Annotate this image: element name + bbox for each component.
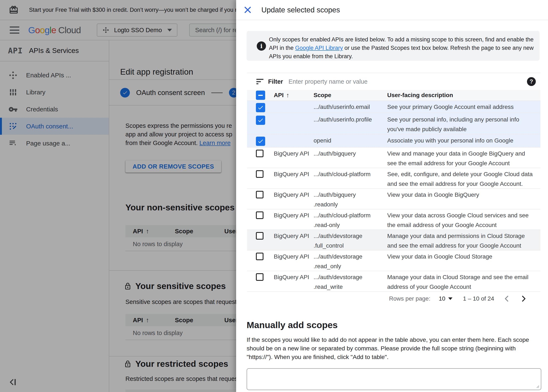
- row-checkbox-unchecked[interactable]: [256, 191, 264, 199]
- row-description: View your data across Google Cloud servi…: [387, 211, 541, 230]
- row-scope: .../auth/userinfo.email: [314, 102, 387, 112]
- row-api: BigQuery API: [274, 190, 314, 200]
- row-description: Manage your data in Cloud Storage and se…: [387, 273, 541, 292]
- filter-bar: Filter ?: [247, 73, 541, 90]
- row-description: See your personal info, including any pe…: [387, 115, 541, 134]
- row-description: See your primary Google Account email ad…: [387, 102, 541, 112]
- previous-page-icon[interactable]: [503, 294, 511, 303]
- col-description[interactable]: User-facing description: [387, 92, 541, 98]
- row-checkbox-unchecked[interactable]: [256, 253, 264, 261]
- manually-add-scopes-desc: If the scopes you would like to add do n…: [247, 336, 542, 361]
- sort-ascending-icon[interactable]: ↑: [286, 92, 289, 99]
- google-api-library-link[interactable]: Google API Library: [295, 45, 343, 51]
- row-scope: .../auth/userinfo.profile: [314, 115, 387, 125]
- row-api: BigQuery API: [274, 169, 314, 179]
- filter-input[interactable]: [288, 78, 527, 85]
- row-api: BigQuery API: [274, 149, 314, 159]
- table-row[interactable]: BigQuery API .../auth/devstorage .read_o…: [247, 251, 541, 271]
- manual-scopes-textarea[interactable]: [247, 368, 541, 390]
- update-scopes-panel: Update selected scopes i Only scopes for…: [236, 0, 548, 392]
- row-scope: .../auth/cloud-platform .read-only: [314, 211, 387, 230]
- manual-scopes-field: [247, 368, 541, 390]
- row-description: Manage your data and permissions in Clou…: [387, 231, 541, 251]
- row-scope: .../auth/cloud-platform: [314, 169, 387, 179]
- table-row[interactable]: BigQuery API .../auth/devstorage .read_w…: [247, 271, 541, 292]
- row-checkbox-checked[interactable]: [256, 103, 265, 112]
- row-checkbox-unchecked[interactable]: [256, 150, 264, 158]
- row-scope: .../auth/devstorage .full_control: [314, 231, 387, 251]
- overlay-scrim[interactable]: [0, 0, 236, 392]
- info-text: Only scopes for enabled APIs are listed …: [269, 35, 534, 61]
- row-description: View your data in Google Cloud Storage: [387, 252, 541, 261]
- col-scope[interactable]: Scope: [314, 92, 387, 98]
- scopes-table-block: Filter ? API↑ Scope User-facing descript…: [247, 73, 541, 306]
- pagination-range: 1 – 10 of 24: [463, 295, 494, 302]
- row-description: View your data in Google BigQuery: [387, 190, 541, 200]
- table-row[interactable]: BigQuery API .../auth/bigquery .readonly…: [247, 189, 541, 209]
- rows-per-page-label: Rows per page:: [389, 295, 430, 302]
- table-row[interactable]: .../auth/userinfo.profile See your perso…: [247, 113, 541, 134]
- chevron-down-icon: [448, 297, 453, 300]
- manually-add-scopes-heading: Manually add scopes: [247, 320, 338, 330]
- info-banner: i Only scopes for enabled APIs are liste…: [247, 31, 540, 61]
- table-row[interactable]: openid Associate you with your personal …: [247, 134, 541, 147]
- scopes-table-header: API↑ Scope User-facing description: [247, 90, 541, 101]
- panel-title: Update selected scopes: [261, 6, 340, 14]
- close-icon[interactable]: [243, 5, 252, 15]
- row-scope: .../auth/bigquery .readonly: [314, 190, 387, 209]
- row-checkbox-checked[interactable]: [256, 137, 265, 146]
- col-api[interactable]: API↑: [274, 92, 314, 99]
- pagination: Rows per page: 10 1 – 10 of 24: [247, 292, 541, 306]
- select-all-checkbox[interactable]: [256, 91, 265, 100]
- rows-per-page-value: 10: [439, 295, 445, 302]
- filter-icon: [256, 79, 264, 84]
- row-scope: openid: [314, 136, 387, 146]
- table-row[interactable]: BigQuery API .../auth/bigquery View and …: [247, 147, 541, 168]
- row-scope: .../auth/bigquery: [314, 149, 387, 159]
- row-checkbox-unchecked[interactable]: [256, 273, 264, 282]
- help-icon[interactable]: ?: [527, 77, 536, 86]
- google-cloud-console: Start your Free Trial with $300 in credi…: [0, 0, 548, 392]
- row-scope: .../auth/devstorage .read_write: [314, 273, 387, 292]
- col-label: User-facing description: [387, 92, 453, 98]
- row-api: BigQuery API: [274, 231, 314, 241]
- table-row[interactable]: .../auth/userinfo.email See your primary…: [247, 101, 541, 113]
- row-description: Associate you with your personal info on…: [387, 136, 541, 146]
- row-checkbox-checked[interactable]: [256, 116, 265, 125]
- table-row[interactable]: BigQuery API .../auth/cloud-platform See…: [247, 168, 541, 189]
- filter-label: Filter: [268, 78, 283, 85]
- row-api: BigQuery API: [274, 273, 314, 282]
- panel-header: Update selected scopes: [236, 0, 548, 20]
- row-api: BigQuery API: [274, 252, 314, 261]
- row-description: View and manage your data in Google BigQ…: [387, 149, 541, 168]
- row-checkbox-unchecked[interactable]: [256, 232, 264, 240]
- row-description: See, edit, configure, and delete your Go…: [387, 169, 541, 189]
- table-row[interactable]: BigQuery API .../auth/cloud-platform .re…: [247, 209, 541, 230]
- info-icon: i: [257, 42, 266, 51]
- row-checkbox-unchecked[interactable]: [256, 170, 264, 179]
- next-page-icon[interactable]: [519, 294, 528, 303]
- row-scope: .../auth/devstorage .read_only: [314, 252, 387, 271]
- row-api: BigQuery API: [274, 211, 314, 220]
- row-checkbox-unchecked[interactable]: [256, 211, 264, 220]
- rows-per-page-select[interactable]: 10: [439, 295, 453, 302]
- col-label: Scope: [314, 92, 331, 98]
- col-label: API: [274, 92, 284, 98]
- table-row[interactable]: BigQuery API .../auth/devstorage .full_c…: [247, 230, 541, 251]
